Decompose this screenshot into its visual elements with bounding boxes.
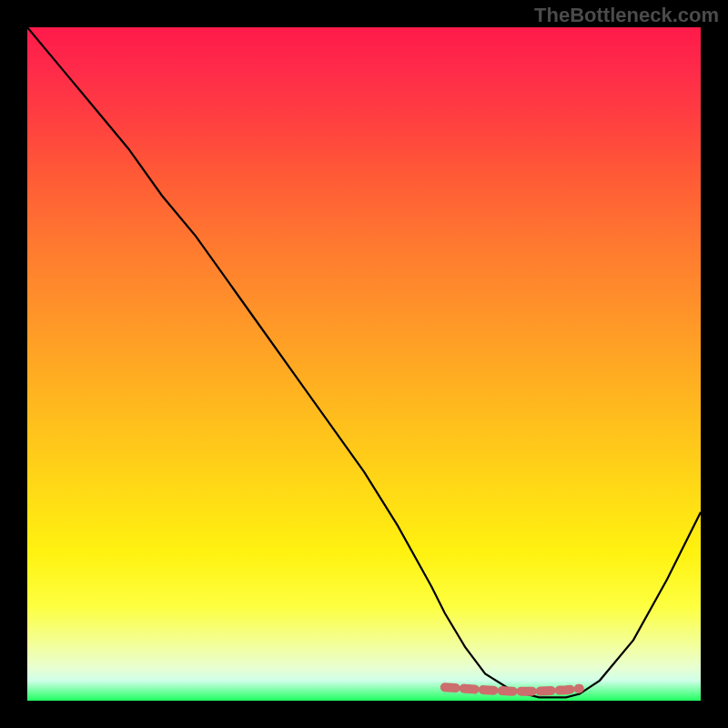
optimal-band-marker-path [445, 687, 580, 691]
bottleneck-curve-path [27, 27, 701, 697]
attribution-text: TheBottleneck.com [534, 4, 719, 27]
chart-container: TheBottleneck.com [0, 0, 728, 728]
plot-area [27, 27, 701, 701]
curve-layer [27, 27, 701, 701]
